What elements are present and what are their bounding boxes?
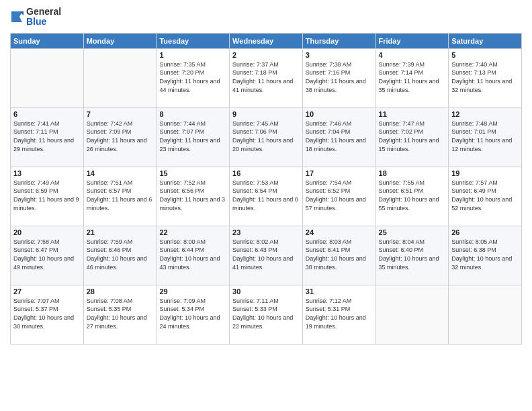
day-number: 23 (232, 228, 300, 236)
day-number: 17 (306, 169, 373, 177)
day-info: Sunrise: 7:46 AM Sunset: 7:04 PM Dayligh… (306, 120, 373, 153)
calendar-table: SundayMondayTuesdayWednesdayThursdayFrid… (10, 33, 522, 345)
weekday-header: Tuesday (157, 33, 230, 48)
calendar-header-row: SundayMondayTuesdayWednesdayThursdayFrid… (11, 33, 522, 48)
day-info: Sunrise: 7:57 AM Sunset: 6:49 PM Dayligh… (451, 179, 519, 212)
day-info: Sunrise: 7:49 AM Sunset: 6:59 PM Dayligh… (13, 179, 81, 212)
calendar-cell: 18Sunrise: 7:55 AM Sunset: 6:51 PM Dayli… (375, 167, 449, 226)
day-number: 26 (451, 228, 519, 236)
calendar-cell: 1Sunrise: 7:35 AM Sunset: 7:20 PM Daylig… (157, 48, 230, 107)
day-number: 24 (306, 228, 373, 236)
calendar-cell: 17Sunrise: 7:54 AM Sunset: 6:52 PM Dayli… (302, 167, 375, 226)
day-info: Sunrise: 7:53 AM Sunset: 6:54 PM Dayligh… (232, 179, 300, 212)
day-number: 8 (159, 110, 226, 118)
calendar-cell: 28Sunrise: 7:08 AM Sunset: 5:35 PM Dayli… (83, 285, 157, 344)
calendar-cell: 22Sunrise: 8:00 AM Sunset: 6:44 PM Dayli… (157, 226, 230, 285)
day-info: Sunrise: 7:12 AM Sunset: 5:31 PM Dayligh… (306, 297, 373, 330)
day-info: Sunrise: 8:00 AM Sunset: 6:44 PM Dayligh… (159, 238, 226, 271)
logo-blue-text: Blue (26, 17, 61, 27)
day-info: Sunrise: 7:47 AM Sunset: 7:02 PM Dayligh… (379, 120, 446, 153)
weekday-header: Friday (375, 33, 449, 48)
day-number: 25 (379, 228, 446, 236)
weekday-header: Wednesday (230, 33, 303, 48)
weekday-header: Saturday (449, 33, 522, 48)
calendar-cell: 19Sunrise: 7:57 AM Sunset: 6:49 PM Dayli… (449, 167, 522, 226)
day-number: 7 (87, 110, 154, 118)
day-info: Sunrise: 7:08 AM Sunset: 5:35 PM Dayligh… (87, 297, 154, 330)
day-number: 19 (451, 169, 519, 177)
weekday-header: Sunday (11, 33, 84, 48)
calendar-cell: 31Sunrise: 7:12 AM Sunset: 5:31 PM Dayli… (302, 285, 375, 344)
day-number: 10 (306, 110, 373, 118)
calendar-cell: 16Sunrise: 7:53 AM Sunset: 6:54 PM Dayli… (230, 167, 303, 226)
calendar-cell: 29Sunrise: 7:09 AM Sunset: 5:34 PM Dayli… (157, 285, 230, 344)
day-info: Sunrise: 7:55 AM Sunset: 6:51 PM Dayligh… (379, 179, 446, 212)
day-number: 9 (232, 110, 300, 118)
calendar-cell: 23Sunrise: 8:02 AM Sunset: 6:43 PM Dayli… (230, 226, 303, 285)
calendar-cell: 11Sunrise: 7:47 AM Sunset: 7:02 PM Dayli… (375, 107, 449, 167)
day-number: 18 (379, 169, 446, 177)
calendar-cell: 26Sunrise: 8:05 AM Sunset: 6:38 PM Dayli… (449, 226, 522, 285)
calendar-cell: 7Sunrise: 7:42 AM Sunset: 7:09 PM Daylig… (83, 107, 157, 167)
day-number: 4 (379, 51, 446, 59)
calendar-cell: 4Sunrise: 7:39 AM Sunset: 7:14 PM Daylig… (375, 48, 449, 107)
day-info: Sunrise: 7:45 AM Sunset: 7:06 PM Dayligh… (232, 120, 300, 153)
calendar-cell: 14Sunrise: 7:51 AM Sunset: 6:57 PM Dayli… (83, 167, 157, 226)
day-info: Sunrise: 7:40 AM Sunset: 7:13 PM Dayligh… (451, 60, 519, 94)
day-info: Sunrise: 7:35 AM Sunset: 7:20 PM Dayligh… (159, 60, 226, 94)
day-number: 5 (451, 51, 519, 59)
calendar-cell: 15Sunrise: 7:52 AM Sunset: 6:56 PM Dayli… (157, 167, 230, 226)
calendar-cell: 20Sunrise: 7:58 AM Sunset: 6:47 PM Dayli… (11, 226, 84, 285)
logo: GeneralBlue (10, 7, 61, 28)
day-number: 29 (159, 287, 226, 295)
day-info: Sunrise: 8:04 AM Sunset: 6:40 PM Dayligh… (379, 238, 446, 271)
page: GeneralBlue SundayMondayTuesdayWednesday… (0, 0, 532, 411)
header: GeneralBlue (10, 7, 522, 28)
calendar-cell: 30Sunrise: 7:11 AM Sunset: 5:33 PM Dayli… (230, 285, 303, 344)
day-info: Sunrise: 7:52 AM Sunset: 6:56 PM Dayligh… (159, 179, 226, 212)
calendar-cell (449, 285, 522, 344)
calendar-week-row: 1Sunrise: 7:35 AM Sunset: 7:20 PM Daylig… (11, 48, 522, 107)
calendar-cell: 25Sunrise: 8:04 AM Sunset: 6:40 PM Dayli… (375, 226, 449, 285)
day-info: Sunrise: 8:05 AM Sunset: 6:38 PM Dayligh… (451, 238, 519, 271)
calendar-week-row: 20Sunrise: 7:58 AM Sunset: 6:47 PM Dayli… (11, 226, 522, 285)
calendar-cell: 24Sunrise: 8:03 AM Sunset: 6:41 PM Dayli… (302, 226, 375, 285)
calendar-cell: 2Sunrise: 7:37 AM Sunset: 7:18 PM Daylig… (230, 48, 303, 107)
logo-general-text: General (26, 7, 61, 17)
day-info: Sunrise: 7:38 AM Sunset: 7:16 PM Dayligh… (306, 60, 373, 94)
calendar-cell (11, 48, 84, 107)
calendar-cell: 21Sunrise: 7:59 AM Sunset: 6:46 PM Dayli… (83, 226, 157, 285)
calendar-cell (375, 285, 449, 344)
day-info: Sunrise: 7:42 AM Sunset: 7:09 PM Dayligh… (87, 120, 154, 153)
day-info: Sunrise: 7:07 AM Sunset: 5:37 PM Dayligh… (13, 297, 81, 330)
calendar-week-row: 6Sunrise: 7:41 AM Sunset: 7:11 PM Daylig… (11, 107, 522, 167)
day-number: 3 (306, 51, 373, 59)
day-number: 22 (159, 228, 226, 236)
day-number: 13 (13, 169, 81, 177)
day-info: Sunrise: 7:59 AM Sunset: 6:46 PM Dayligh… (87, 238, 154, 271)
calendar-cell: 27Sunrise: 7:07 AM Sunset: 5:37 PM Dayli… (11, 285, 84, 344)
day-number: 31 (306, 287, 373, 295)
calendar-cell: 5Sunrise: 7:40 AM Sunset: 7:13 PM Daylig… (449, 48, 522, 107)
svg-marker-0 (11, 11, 22, 22)
day-info: Sunrise: 7:44 AM Sunset: 7:07 PM Dayligh… (159, 120, 226, 153)
day-number: 20 (13, 228, 81, 236)
day-info: Sunrise: 7:37 AM Sunset: 7:18 PM Dayligh… (232, 60, 300, 94)
day-number: 16 (232, 169, 300, 177)
day-number: 1 (159, 51, 226, 59)
day-info: Sunrise: 7:41 AM Sunset: 7:11 PM Dayligh… (13, 120, 81, 153)
calendar-cell: 3Sunrise: 7:38 AM Sunset: 7:16 PM Daylig… (302, 48, 375, 107)
weekday-header: Thursday (302, 33, 375, 48)
logo-flag-icon (10, 10, 24, 24)
day-number: 2 (232, 51, 300, 59)
day-info: Sunrise: 8:02 AM Sunset: 6:43 PM Dayligh… (232, 238, 300, 271)
day-number: 15 (159, 169, 226, 177)
day-number: 27 (13, 287, 81, 295)
day-info: Sunrise: 7:39 AM Sunset: 7:14 PM Dayligh… (379, 60, 446, 94)
day-number: 30 (232, 287, 300, 295)
calendar-cell: 6Sunrise: 7:41 AM Sunset: 7:11 PM Daylig… (11, 107, 84, 167)
calendar-cell: 12Sunrise: 7:48 AM Sunset: 7:01 PM Dayli… (449, 107, 522, 167)
day-info: Sunrise: 8:03 AM Sunset: 6:41 PM Dayligh… (306, 238, 373, 271)
day-number: 12 (451, 110, 519, 118)
day-info: Sunrise: 7:09 AM Sunset: 5:34 PM Dayligh… (159, 297, 226, 330)
